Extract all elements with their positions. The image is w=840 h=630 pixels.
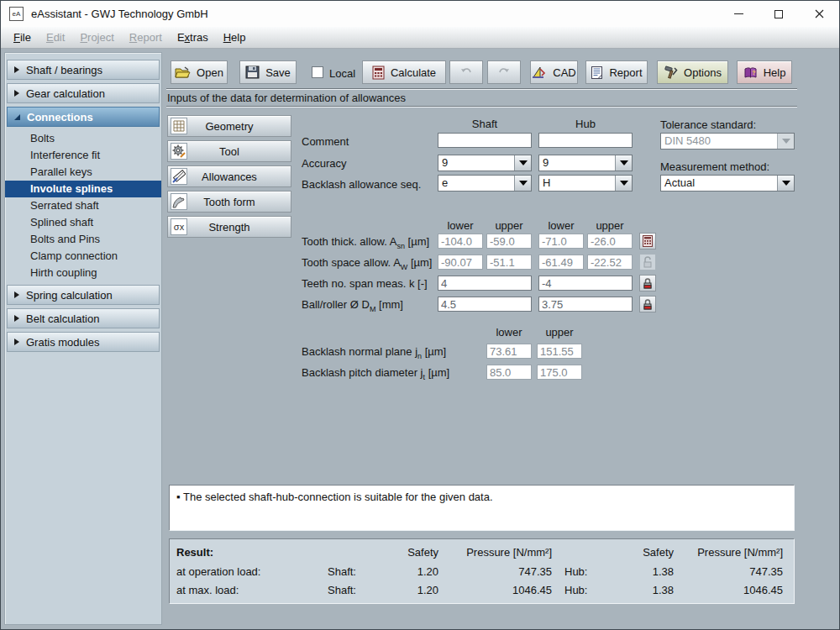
undo-button: [449, 60, 483, 84]
tooth-space-upper-hub-field: [587, 255, 633, 270]
result-safety-value: 1.38: [606, 565, 674, 578]
accuracy-hub-select[interactable]: 9: [538, 155, 633, 171]
backlash-seq-hub-select[interactable]: H: [538, 175, 633, 192]
teeth-span-shaft-field[interactable]: [438, 276, 532, 291]
result-row-label: at max. load:: [176, 584, 239, 596]
tooth-form-button[interactable]: Tooth form: [167, 191, 291, 213]
close-button[interactable]: [804, 4, 834, 24]
cad-icon: [532, 66, 547, 79]
backlash-seq-label: Backlash allowance seq.: [302, 178, 421, 191]
allowances-button[interactable]: Allowances: [167, 165, 291, 187]
measurement-method-label: Measurement method:: [660, 160, 769, 173]
sidebar-item-bolts-and-pins[interactable]: Bolts and Pins: [5, 231, 161, 248]
lock-open-icon: [643, 256, 653, 268]
tooth-form-icon: [171, 193, 187, 210]
comment-shaft-input[interactable]: [438, 133, 532, 148]
sidebar-item-interference-fit[interactable]: Interference fit: [5, 147, 161, 164]
status-message-box: ▪ The selected shaft-hub-connection is s…: [169, 485, 795, 531]
status-message: The selected shaft-hub-connection is sui…: [181, 491, 493, 503]
sidebar-section-gear-calculation[interactable]: Gear calculation: [7, 83, 160, 103]
report-document-icon: [591, 66, 603, 80]
report-button[interactable]: Report: [585, 60, 648, 84]
calculator-icon: [372, 66, 385, 80]
pressure-header-shaft: Pressure [N/mm²]: [451, 546, 552, 559]
sidebar-section-shaft-bearings[interactable]: Shaft / bearings: [7, 60, 160, 80]
result-safety-value: 1.20: [371, 584, 438, 596]
measurement-method-select[interactable]: Actual: [660, 175, 795, 192]
cad-button[interactable]: CAD: [530, 60, 578, 84]
minimize-button[interactable]: [723, 4, 753, 24]
redo-icon: [497, 67, 511, 77]
tooth-space-allow-label: Tooth space allow. AW [µm]: [302, 256, 432, 271]
lock-closed-icon: [643, 298, 653, 310]
teeth-span-hub-field[interactable]: [538, 276, 633, 291]
backlash-normal-lower-field: [486, 344, 532, 359]
result-title: Result:: [176, 546, 213, 559]
lock-closed-icon: [643, 277, 653, 289]
sidebar-section-spring-calculation[interactable]: Spring calculation: [7, 285, 160, 305]
sidebar-item-hirth-coupling[interactable]: Hirth coupling: [5, 265, 161, 281]
maximize-icon: [774, 10, 783, 18]
result-panel: Result: Safety Pressure [N/mm²] Safety P…: [169, 538, 795, 604]
open-button[interactable]: Open: [171, 60, 228, 84]
options-button[interactable]: Options: [657, 60, 728, 84]
result-hub-label: Hub:: [564, 584, 587, 596]
menu-extras[interactable]: Extras: [170, 29, 216, 46]
local-checkbox[interactable]: [312, 66, 323, 78]
menu-edit: Edit: [39, 29, 72, 46]
ball-roller-locked-button[interactable]: [639, 296, 656, 312]
ball-roller-hub-field[interactable]: [538, 297, 633, 312]
sidebar-item-clamp-connection[interactable]: Clamp connection: [5, 248, 161, 265]
calculate-button[interactable]: Calculate: [362, 60, 446, 84]
tool-button[interactable]: Tool: [167, 140, 291, 162]
comment-hub-input[interactable]: [538, 133, 633, 148]
backlash-pitch-upper-field: [537, 365, 582, 380]
tooth-thick-lower-shaft-field: [438, 234, 483, 249]
chevron-expanded-icon: [14, 114, 20, 120]
allow-header-lower-shaft: lower: [438, 219, 483, 232]
sidebar-item-involute-splines[interactable]: Involute splines: [5, 181, 161, 197]
app-window: eA eAssistant - GWJ Technology GmbH File…: [0, 0, 840, 630]
backlash-seq-shaft-select[interactable]: e: [438, 175, 532, 192]
result-pressure-value: 1046.45: [682, 584, 783, 596]
window-title: eAssistant - GWJ Technology GmbH: [31, 8, 208, 20]
result-pressure-value: 747.35: [451, 565, 552, 578]
backlash-header-upper: upper: [537, 326, 582, 339]
sidebar-section-belt-calculation[interactable]: Belt calculation: [7, 308, 160, 328]
local-checkbox-label: Local: [329, 67, 355, 80]
sidebar-section-connections[interactable]: Connections: [7, 107, 160, 127]
sidebar-item-serrated-shaft[interactable]: Serrated shaft: [5, 197, 161, 214]
tooth-thick-calculator-button[interactable]: [639, 233, 656, 249]
teeth-span-locked-button[interactable]: [639, 275, 656, 291]
result-row-label: at operation load:: [176, 565, 260, 578]
result-pressure-value: 1046.45: [451, 584, 552, 596]
chevron-down-icon: [514, 176, 531, 191]
teeth-span-label: Teeth no. span meas. k [-]: [302, 277, 428, 292]
tooth-space-upper-shaft-field: [486, 255, 532, 270]
geometry-button[interactable]: Geometry: [167, 115, 291, 137]
chevron-down-icon: [615, 176, 632, 191]
menu-help[interactable]: Help: [216, 29, 254, 46]
undo-icon: [459, 67, 473, 77]
tooth-space-unlocked-button[interactable]: [639, 254, 656, 270]
tooth-thick-lower-hub-field: [538, 234, 584, 249]
result-safety-value: 1.20: [371, 565, 438, 578]
strength-button[interactable]: σx Strength: [167, 216, 291, 238]
pressure-header-hub: Pressure [N/mm²]: [682, 546, 783, 559]
sidebar-item-bolts[interactable]: Bolts: [5, 130, 161, 147]
maximize-button[interactable]: [764, 4, 794, 24]
sidebar-section-gratis-modules[interactable]: Gratis modules: [7, 332, 160, 352]
accuracy-shaft-select[interactable]: 9: [438, 155, 532, 171]
ball-roller-shaft-field[interactable]: [438, 297, 532, 312]
title-bar: eA eAssistant - GWJ Technology GmbH: [1, 1, 839, 27]
sidebar-item-splined-shaft[interactable]: Splined shaft: [5, 214, 161, 231]
sidebar-item-parallel-keys[interactable]: Parallel keys: [5, 164, 161, 181]
menu-file[interactable]: File: [6, 29, 39, 46]
backlash-pitch-diameter-label: Backlash pitch diameter jt [µm]: [302, 366, 449, 381]
chevron-right-icon: [14, 315, 19, 322]
backlash-normal-plane-label: Backlash normal plane jn [µm]: [302, 345, 446, 360]
backlash-pitch-lower-field: [486, 365, 532, 380]
help-button[interactable]: ? Help: [737, 60, 792, 84]
save-button[interactable]: Save: [239, 60, 297, 84]
allow-header-lower-hub: lower: [538, 219, 584, 232]
